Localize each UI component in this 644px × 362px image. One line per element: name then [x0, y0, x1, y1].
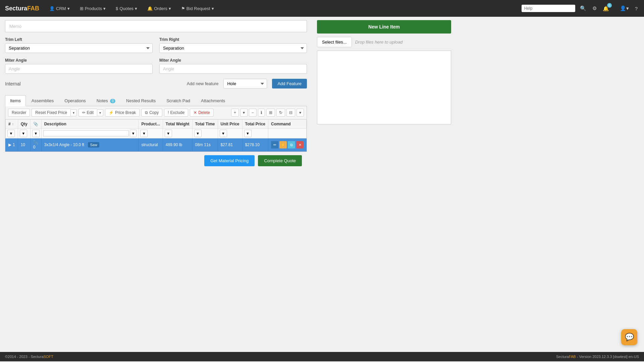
notes-badge: 0: [110, 99, 115, 103]
user-icon: 👤: [49, 6, 55, 11]
trim-right-select[interactable]: Separation: [159, 43, 307, 53]
miter-left-group: Miter Angle: [5, 58, 153, 74]
copy-icon: ⧉: [145, 110, 148, 115]
edit-icon: ✏: [82, 110, 86, 115]
notification-badge: 0: [607, 3, 612, 8]
reset-fixed-price-split: Reset Fixed Price ▾: [32, 109, 77, 117]
filter-unit-price-btn[interactable]: ▼: [220, 130, 227, 137]
nav-item-products[interactable]: ⊞ Products▾: [76, 4, 109, 13]
dollar-icon: $: [116, 6, 118, 11]
copy-button[interactable]: ⧉ Copy: [141, 109, 162, 117]
col-total-time: Total Time: [192, 120, 218, 129]
footer: ©2014 - 2023 - SecturaSOFT SecturaFAB - …: [0, 352, 644, 361]
tabs: Items Assemblies Operations Notes 0 Nest…: [5, 95, 307, 106]
nav-item-quotes[interactable]: $ Quotes▾: [112, 4, 141, 13]
nav-item-bid-request[interactable]: ⚑ Bid Request▾: [178, 4, 217, 13]
paperclip-icon-row: 📎: [33, 140, 38, 145]
reset-fixed-price-arrow[interactable]: ▾: [70, 109, 77, 116]
delete-row-button[interactable]: ✕: [296, 141, 304, 148]
tab-scratch-pad[interactable]: Scratch Pad: [161, 95, 195, 106]
copyright-text: ©2014 - 2023 - SecturaSOFT: [5, 355, 53, 359]
price-break-button[interactable]: ⚡ Price Break: [105, 109, 140, 117]
filter-product-btn[interactable]: ▼: [140, 130, 148, 137]
bottom-actions: Get Material Pricing Complete Quote: [5, 152, 307, 170]
feature-type-select[interactable]: Hole: [223, 79, 267, 88]
feature-row: Internal Add new feature Hole Add Featur…: [5, 79, 307, 88]
brand-logo[interactable]: SecturaFAB: [5, 5, 39, 12]
edit-arrow[interactable]: ▾: [97, 109, 103, 116]
internal-label: Internal: [5, 81, 21, 86]
memo-field[interactable]: Memo: [5, 20, 307, 32]
add-row-arrow-button[interactable]: ▾: [240, 109, 248, 117]
col-command: Command: [268, 120, 307, 129]
table-view-controls: + ▾ − ℹ ⊞ ↻ ⊟ ▾: [231, 109, 304, 117]
tab-assemblies[interactable]: Assemblies: [26, 95, 59, 106]
tab-nested-results[interactable]: Nested Results: [121, 95, 161, 106]
trim-left-select[interactable]: Separation: [5, 43, 153, 53]
chat-bubble[interactable]: 💬: [621, 329, 637, 345]
add-row-button[interactable]: +: [231, 109, 239, 117]
sort-icon-num[interactable]: ↑: [12, 122, 14, 126]
tab-operations[interactable]: Operations: [59, 95, 91, 106]
reset-fixed-price-button[interactable]: Reset Fixed Price: [32, 109, 70, 117]
tab-items[interactable]: Items: [5, 95, 26, 106]
help-search-input[interactable]: [522, 5, 575, 12]
copy-row-button[interactable]: ⧉: [288, 141, 295, 148]
more-button[interactable]: ▾: [297, 109, 304, 117]
edit-button[interactable]: ✏ Edit: [78, 109, 97, 117]
filter-description-btn[interactable]: ▼: [130, 130, 137, 137]
new-line-item-button[interactable]: New Line Item: [317, 20, 451, 34]
pricing-row-button[interactable]: ⚡: [279, 141, 287, 148]
filter-time-btn[interactable]: ▼: [194, 130, 202, 137]
brand-highlight: FAB: [27, 5, 39, 12]
reorder-button[interactable]: Reorder: [8, 109, 30, 117]
settings-icon[interactable]: ⚙: [591, 4, 598, 13]
tab-attachments[interactable]: Attachments: [196, 95, 230, 106]
grid-icon: ⊞: [80, 6, 84, 11]
col-description: Description: [41, 120, 139, 129]
complete-quote-button[interactable]: Complete Quote: [258, 155, 302, 166]
filter-qty-btn[interactable]: ▼: [20, 130, 27, 137]
filter-total-price-btn[interactable]: ▼: [244, 130, 252, 137]
get-material-pricing-button[interactable]: Get Material Pricing: [204, 155, 255, 166]
exclude-button[interactable]: ! Exclude: [164, 109, 188, 117]
remove-row-button[interactable]: −: [249, 109, 257, 117]
nav-right: 🔍 ⚙ 🔔0 👤▾ ?: [522, 4, 639, 13]
nav-item-crm[interactable]: 👤 CRM▾: [46, 4, 73, 13]
flag-icon: ⚑: [181, 6, 185, 11]
details-button[interactable]: ℹ: [258, 109, 265, 117]
filter-description-input[interactable]: [43, 130, 129, 136]
help-icon[interactable]: ?: [634, 4, 639, 13]
edit-row-button[interactable]: ✏: [271, 141, 278, 148]
main-content: Memo Trim Left Separation Trim Right Sep…: [0, 17, 644, 352]
filter-weight-btn[interactable]: ▼: [165, 130, 172, 137]
select-files-button[interactable]: Select files...: [317, 37, 352, 47]
cell-product: structural: [139, 138, 163, 152]
cell-command: ✏ ⚡ ⧉ ✕: [268, 138, 307, 152]
miter-right-group: Miter Angle: [159, 58, 307, 74]
search-icon[interactable]: 🔍: [579, 4, 588, 13]
filter-num-btn[interactable]: ▼: [7, 130, 15, 137]
miter-right-input[interactable]: [159, 64, 307, 74]
tab-notes[interactable]: Notes 0: [92, 95, 120, 106]
left-panel: Memo Trim Left Separation Trim Right Sep…: [0, 17, 312, 352]
miter-right-label: Miter Angle: [159, 58, 307, 63]
filter-button[interactable]: ⊞: [266, 109, 275, 117]
cell-num: ▶ 1: [6, 138, 18, 152]
refresh-button[interactable]: ↻: [276, 109, 285, 117]
nav-item-orders[interactable]: 🔔 Orders▾: [144, 4, 174, 13]
add-feature-button[interactable]: Add Feature: [272, 79, 307, 88]
file-upload-area: Select files... Drop files here to uploa…: [317, 37, 451, 47]
columns-button[interactable]: ⊟: [286, 109, 295, 117]
filter-attach-btn[interactable]: ▼: [32, 130, 40, 137]
user-account-icon[interactable]: 👤▾: [619, 4, 630, 13]
table-row[interactable]: ▶ 1 10 📎 0 3x3x1/4 Angle - 10.0 ft Saw: [6, 138, 307, 152]
cell-total-weight: 489.90 lb: [163, 138, 192, 152]
miter-left-input[interactable]: [5, 64, 153, 74]
lightning-icon: ⚡: [109, 110, 114, 115]
trim-left-group: Trim Left Separation: [5, 37, 153, 53]
delete-button[interactable]: ✕ Delete: [190, 109, 214, 117]
expand-button[interactable]: ▶: [8, 142, 11, 147]
notifications-icon[interactable]: 🔔0: [601, 4, 615, 13]
tab-content: Reorder Reset Fixed Price ▾ ✏ Edit ▾ ⚡ P…: [5, 106, 307, 152]
